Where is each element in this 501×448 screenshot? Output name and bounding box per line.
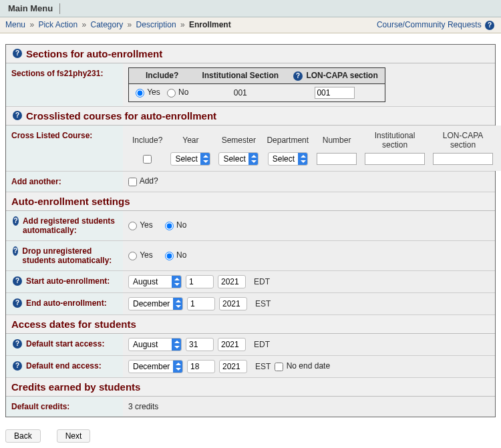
breadcrumb-description[interactable]: Description	[136, 20, 176, 29]
help-icon[interactable]: ?	[293, 71, 303, 81]
value-add-registered: Yes No	[123, 211, 495, 240]
section-header-credits: Credits earned by students	[6, 378, 495, 397]
footer-buttons: Back Next	[0, 423, 501, 448]
access-end-tz: EST	[255, 362, 271, 371]
input-c-number[interactable]	[317, 153, 357, 165]
select-year-wrap: Select	[170, 152, 210, 166]
input-end-year[interactable]	[219, 297, 247, 310]
help-icon[interactable]: ?	[13, 49, 22, 58]
radio-drop-no-label[interactable]: No	[165, 250, 187, 260]
breadcrumb-left: Menu » Pick Action » Category » Descript…	[5, 20, 231, 29]
select-department[interactable]: Select	[268, 152, 308, 166]
label-start-auto: ? Start auto-enrollment:	[6, 271, 123, 292]
row-start-access: ? Default start access: August EDT	[6, 334, 495, 356]
radio-drop-no[interactable]	[165, 252, 174, 260]
help-icon[interactable]: ?	[13, 339, 22, 349]
input-lc-section[interactable]	[315, 87, 355, 99]
breadcrumb-menu[interactable]: Menu	[5, 20, 25, 29]
checkbox-noend-label[interactable]: No end date	[275, 361, 330, 371]
col-c-include: Include?	[128, 130, 166, 151]
row-end-access: ? Default end access: December EST No en…	[6, 356, 495, 378]
help-icon[interactable]: ?	[13, 246, 18, 256]
sections-table: Include? Institutional Section ? LON-CAP…	[128, 67, 385, 102]
input-access-start-day[interactable]	[186, 338, 214, 351]
help-icon[interactable]: ?	[13, 276, 22, 286]
value-sections-of: Include? Institutional Section ? LON-CAP…	[123, 63, 495, 106]
select-end-month[interactable]: December	[128, 297, 183, 310]
radio-addreg-no-label[interactable]: No	[165, 220, 187, 230]
help-icon[interactable]: ?	[485, 21, 494, 30]
input-access-end-day[interactable]	[187, 360, 215, 373]
select-department-wrap: Select	[268, 152, 308, 166]
cell-inst-section: 001	[195, 83, 285, 101]
checkbox-add-label[interactable]: Add?	[128, 176, 158, 186]
col-c-department: Department	[263, 130, 313, 151]
input-access-end-year[interactable]	[219, 360, 247, 373]
value-credits: 3 credits	[123, 397, 495, 417]
help-icon[interactable]: ?	[13, 111, 22, 120]
input-c-inst[interactable]	[365, 153, 425, 165]
access-start-tz: EDT	[254, 340, 270, 349]
start-tz: EDT	[254, 277, 270, 286]
help-icon[interactable]: ?	[13, 361, 22, 371]
course-community-requests-link[interactable]: Course/Community Requests	[377, 20, 482, 29]
checkbox-add[interactable]	[128, 178, 137, 186]
select-semester-wrap: Select	[218, 152, 259, 166]
end-tz: EST	[255, 299, 271, 308]
row-end-auto: ? End auto-enrollment: December EST	[6, 293, 495, 315]
row-credits: Default credits: 3 credits	[6, 397, 495, 417]
section-header-access: Access dates for students	[6, 315, 495, 334]
help-icon[interactable]: ?	[13, 298, 22, 308]
label-start-access: ? Default start access:	[6, 334, 123, 355]
col-inst-section: Institutional Section	[195, 67, 285, 83]
input-access-start-year[interactable]	[218, 338, 246, 351]
help-icon[interactable]: ?	[13, 216, 19, 226]
col-c-semester: Semester	[214, 130, 263, 151]
row-crosslist: Cross Listed Course: Include? Year Semes…	[6, 126, 495, 172]
breadcrumb-pick-action[interactable]: Pick Action	[38, 20, 77, 29]
menu-separator	[59, 3, 60, 14]
value-end-access: December EST No end date	[123, 356, 495, 377]
row-add-another: Add another: Add?	[6, 172, 495, 192]
col-c-lc: LON-CAPA section	[429, 130, 497, 151]
value-start-access: August EDT	[123, 334, 495, 355]
radio-drop-yes-label[interactable]: Yes	[128, 250, 153, 260]
label-add-registered: ? Add registered students automatically:	[6, 211, 123, 240]
select-semester[interactable]: Select	[218, 152, 259, 166]
radio-include-yes[interactable]	[136, 89, 144, 97]
radio-include-no-label[interactable]: No	[167, 87, 189, 97]
select-start-month[interactable]: August	[128, 275, 182, 288]
select-access-end-month[interactable]: December	[128, 360, 183, 373]
row-drop-unreg: ? Drop unregistered students automatical…	[6, 241, 495, 271]
select-access-start-month[interactable]: August	[128, 338, 182, 351]
back-button[interactable]: Back	[5, 429, 41, 443]
next-button[interactable]: Next	[57, 429, 91, 443]
value-crosslist: Include? Year Semester Department Number…	[123, 126, 501, 171]
breadcrumb-category[interactable]: Category	[90, 20, 123, 29]
col-c-inst: Institutional section	[361, 130, 429, 151]
select-year[interactable]: Select	[170, 152, 210, 166]
radio-include-yes-label[interactable]: Yes	[136, 87, 160, 97]
radio-addreg-yes[interactable]	[128, 222, 137, 230]
cell-include: Yes No	[129, 83, 196, 101]
radio-addreg-yes-label[interactable]: Yes	[128, 220, 153, 230]
radio-addreg-no[interactable]	[165, 222, 174, 230]
checkbox-noend[interactable]	[275, 363, 283, 371]
label-drop-unreg: ? Drop unregistered students automatical…	[6, 241, 123, 270]
breadcrumb-current: Enrollment	[189, 20, 231, 29]
checkbox-crosslist-include[interactable]	[143, 155, 152, 164]
input-c-lc[interactable]	[433, 153, 493, 165]
input-start-year[interactable]	[218, 275, 246, 288]
section-header-autoenroll: Auto-enrollment settings	[6, 192, 495, 211]
radio-drop-yes[interactable]	[128, 252, 137, 260]
col-include: Include?	[129, 67, 196, 83]
col-c-year: Year	[166, 130, 214, 151]
cell-lc-section	[285, 83, 385, 101]
label-crosslist: Cross Listed Course:	[6, 126, 123, 171]
col-c-number: Number	[313, 130, 361, 151]
input-end-day[interactable]	[187, 297, 215, 310]
radio-include-no[interactable]	[167, 89, 176, 97]
input-start-day[interactable]	[186, 275, 214, 288]
value-end-auto: December EST	[123, 293, 495, 314]
main-menu-title[interactable]: Main Menu	[5, 2, 55, 15]
